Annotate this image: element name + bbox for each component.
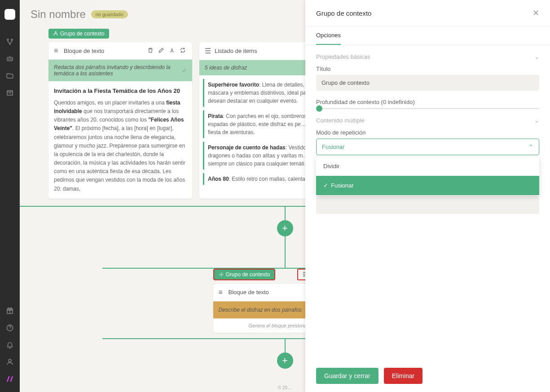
delete-button[interactable]: Eliminar [384,368,423,384]
gift-icon[interactable] [5,306,14,315]
copyright: © 20… [278,385,292,390]
svg-point-8 [9,359,11,362]
document-title[interactable]: Sin nombre [31,8,86,21]
pencil-icon [182,67,187,74]
user-icon[interactable] [5,357,14,366]
panel-title: Grupo de contexto [316,9,371,17]
brand-icon[interactable] [5,375,14,383]
svg-point-9 [220,274,222,275]
svg-rect-3 [7,57,13,61]
context-group-tag-1[interactable]: Grupo de contexto [48,29,109,39]
app-logo[interactable] [4,9,15,20]
refresh-icon[interactable] [180,47,187,54]
context-group-tag-2[interactable]: Grupo de contexto [213,269,276,280]
section-multi-content[interactable]: Contenido múltiple ⌄ [316,117,539,124]
check-icon: ✓ [323,182,328,189]
text-lines-icon: ≡ [219,288,225,296]
repeat-mode-select[interactable]: Fusionar ⌃ [316,139,539,155]
card-prompt-1[interactable]: Redacta dos párrafos invitando y describ… [48,60,192,81]
folder-icon[interactable] [5,71,14,80]
close-icon[interactable]: ✕ [532,8,539,18]
add-block-button-2[interactable]: + [277,353,293,369]
repeat-mode-menu: Dividir ✓ Fusionar [316,157,539,195]
list-item: Superhéroe favorito: Llena de detalles, … [203,79,321,107]
chevron-down-icon: ⌄ [534,117,539,124]
tab-options[interactable]: Opciones [316,26,341,45]
delete-icon[interactable] [147,47,154,54]
option-fusionar[interactable]: ✓ Fusionar [316,176,539,195]
save-button[interactable]: Guardar y cerrar [316,368,378,384]
help-icon[interactable] [5,323,14,332]
title-input[interactable] [316,75,539,91]
depth-slider[interactable] [316,108,539,109]
bot-icon[interactable] [5,54,14,63]
text-block-card-1: ≡ Bloque de texto Redacta dos párrafos i… [48,42,192,199]
save-status-badge: no guardado [91,10,128,18]
text-lines-icon: ≡ [54,47,60,55]
edit-icon[interactable] [158,47,165,54]
svg-point-5 [11,59,12,60]
svg-point-4 [9,59,9,60]
properties-panel: Grupo de contexto ✕ Opciones Propiedades… [305,0,550,392]
sidebar [0,0,20,392]
flow-icon[interactable] [5,37,14,46]
svg-point-1 [11,39,13,40]
download-icon[interactable] [169,47,176,54]
list-item: Personaje de cuento de hadas: Vestidos… … [203,142,321,170]
process-condition-input[interactable] [316,196,539,214]
section-basic-props[interactable]: Propiedades básicas ⌄ [316,53,539,60]
list-icon: ☰ [205,47,211,55]
svg-point-2 [9,43,11,44]
store-icon[interactable] [5,88,14,97]
bell-icon[interactable] [5,340,14,349]
option-dividir[interactable]: Dividir [316,157,539,176]
list-item: Años 80: Estilo retro con mallas, calent… [203,173,321,185]
list-item: Pirata: Con parches en el ojo, sombreros… [203,110,321,138]
add-block-button[interactable]: + [277,220,293,236]
chevron-up-icon: ⌃ [528,144,533,150]
svg-point-0 [7,39,9,40]
chevron-down-icon: ⌄ [534,53,539,60]
